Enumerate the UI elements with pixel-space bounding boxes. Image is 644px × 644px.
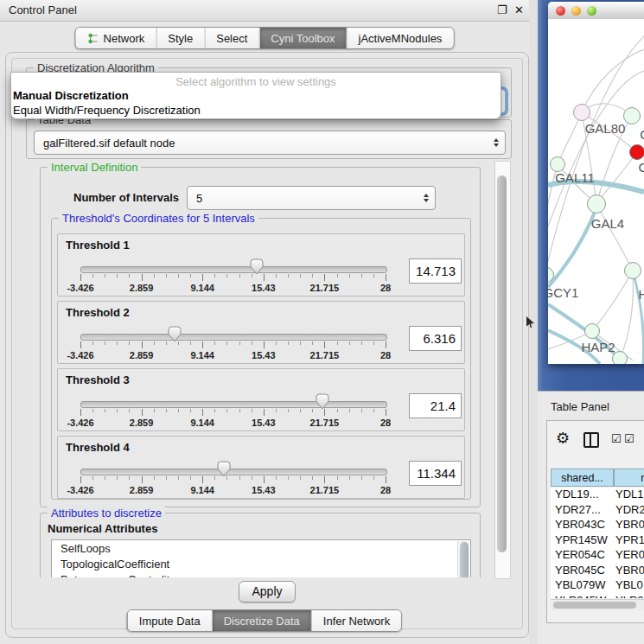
threshold-label: Threshold 2	[66, 306, 130, 319]
threshold-3-slider[interactable]: -3.4262.8599.14415.4321.71528	[79, 392, 387, 429]
threshold-label: Threshold 4	[66, 441, 130, 454]
table-row[interactable]: YDR27...YDR2	[551, 503, 644, 519]
list-scrollbar[interactable]	[457, 541, 469, 577]
node-right-mid[interactable]	[624, 262, 641, 279]
slider-thumb[interactable]	[316, 393, 330, 410]
node-label: HAP2	[581, 340, 615, 354]
table-row[interactable]: YLR345WYLR3	[551, 594, 644, 599]
network-frame: GAL80 G C GAL11 GAL4 GCY1 H HAP2	[548, 2, 644, 364]
network-canvas[interactable]: GAL80 G C GAL11 GAL4 GCY1 H HAP2	[548, 19, 644, 364]
slider-ticks	[80, 409, 386, 417]
tab-select[interactable]: Select	[204, 28, 258, 48]
slider-track[interactable]	[80, 469, 387, 475]
threshold-value-field[interactable]: 21.4	[409, 393, 462, 418]
table-data-combobox[interactable]: galFiltered.sif default node	[34, 131, 506, 155]
threshold-4-slider[interactable]: -3.4262.8599.14415.4321.71528	[79, 460, 387, 496]
settings-scroll-viewport: Interval Definition Number of Intervals …	[26, 161, 493, 577]
table-row[interactable]: YBR043CYBR0	[551, 518, 644, 533]
network-edges	[548, 19, 644, 364]
threshold-label: Threshold 1	[66, 239, 130, 252]
tab-infer-network[interactable]: Infer Network	[311, 610, 401, 631]
node-hap2[interactable]	[584, 323, 600, 339]
settings-scrollbar[interactable]	[494, 161, 511, 579]
select-columns-icon[interactable]: ☑	[611, 433, 622, 444]
table-rows: YDL19...YDL1 YDR27...YDR2 YBR043CYBR0 YP…	[551, 488, 644, 598]
slider-track[interactable]	[80, 266, 387, 273]
close-traffic-light-icon[interactable]	[556, 6, 565, 16]
threshold-1-slider[interactable]: -3.4262.8599.14415.4321.71528	[79, 258, 387, 294]
node-gal4[interactable]	[587, 194, 606, 214]
network-icon	[87, 33, 99, 44]
popup-prompt-item[interactable]: Select algorithm to view settings	[11, 75, 501, 88]
gear-icon[interactable]: ⚙	[556, 430, 570, 446]
attributes-list[interactable]: SelfLoops TopologicalCoefficient Between…	[51, 539, 471, 577]
threshold-4-panel: Threshold 4 -3.4262.8599.14415.4321.7152…	[57, 436, 465, 499]
network-window-titlebar[interactable]	[548, 2, 644, 20]
table-data-group: Table Data galFiltered.sif default node	[26, 119, 512, 159]
node-bottom-partial[interactable]	[612, 351, 628, 364]
scrollbar-thumb[interactable]	[460, 542, 469, 577]
table-data-value: galFiltered.sif default node	[43, 137, 175, 150]
scrollbar-thumb[interactable]	[497, 175, 507, 552]
intervals-value: 5	[196, 192, 202, 205]
list-item[interactable]: TopologicalCoefficient	[52, 556, 470, 571]
minimize-traffic-light-icon[interactable]	[571, 6, 581, 16]
column-header-shared-name[interactable]: shared...	[551, 469, 614, 487]
group-title: Attributes to discretize	[48, 507, 165, 520]
number-of-intervals-label: Number of Intervals	[73, 191, 179, 204]
slider-ticks	[80, 341, 386, 349]
control-panel-window: Control Panel ❐ ✕ Network Style Select C…	[0, 0, 529, 644]
tab-style[interactable]: Style	[156, 28, 204, 48]
select-all-icon[interactable]: ☑	[624, 433, 634, 444]
node-label: G	[640, 127, 644, 142]
zoom-traffic-light-icon[interactable]	[587, 6, 596, 16]
threshold-value-field[interactable]: 14.713	[409, 258, 462, 284]
list-item[interactable]: SelfLoops	[52, 540, 470, 556]
node-label: GAL11	[555, 170, 595, 185]
tab-jactivemnodules[interactable]: jActiveMNodules	[347, 28, 454, 48]
node-red-selected[interactable]	[629, 144, 644, 160]
slider-track[interactable]	[80, 401, 387, 408]
tab-cyni-toolbox[interactable]: Cyni Toolbox	[258, 28, 346, 48]
table-row[interactable]: YER054CYER0	[551, 548, 644, 564]
tab-network[interactable]: Network	[76, 28, 156, 48]
threshold-value-field[interactable]: 11.344	[409, 461, 462, 486]
node-label: GCY1	[548, 285, 578, 300]
tab-impute-data[interactable]: Impute Data	[128, 610, 212, 631]
column-header-name[interactable]: n...	[614, 469, 644, 487]
table-row[interactable]: YBL079WYBL0	[551, 578, 644, 594]
table-panel-region: Table Panel ⚙ ☑ ☑ shared... n... YDL19..…	[538, 391, 644, 644]
tab-discretize-data[interactable]: Discretize Data	[212, 610, 311, 631]
close-window-icon[interactable]: ✕	[514, 3, 524, 16]
window-title: Control Panel	[9, 3, 77, 16]
apply-button[interactable]: Apply	[239, 581, 296, 603]
table-row[interactable]: YBR045CYBR0	[551, 564, 644, 579]
split-columns-icon[interactable]	[583, 432, 599, 448]
popup-item-manual-discretization[interactable]: Manual Discretization	[13, 89, 129, 102]
node-label: C	[639, 160, 644, 175]
node-label: H	[639, 287, 644, 302]
slider-thumb[interactable]	[167, 326, 182, 342]
table-panel-body: ⚙ ☑ ☑ shared... n... YDL19...YDL1 YDR27.…	[546, 420, 644, 623]
node-top-right[interactable]	[623, 107, 641, 124]
slider-track[interactable]	[80, 334, 387, 341]
number-of-intervals-combobox[interactable]: 5	[187, 186, 436, 210]
numerical-attributes-label: Numerical Attributes	[48, 522, 157, 535]
table-row[interactable]: YDL19...YDL1	[551, 488, 644, 503]
popup-item-equal-width[interactable]: Equal Width/Frequency Discretization	[13, 104, 201, 117]
group-title: Interval Definition	[48, 161, 141, 174]
table-horizontal-scrollbar[interactable]	[551, 599, 644, 610]
threshold-value-field[interactable]: 6.316	[409, 326, 462, 351]
table-row[interactable]: YPR145WYPR1	[551, 533, 644, 549]
float-window-icon[interactable]: ❐	[497, 3, 507, 16]
threshold-2-panel: Threshold 2 -3.4262.8599.14415.4321.7152…	[57, 301, 465, 364]
slider-thumb[interactable]	[249, 258, 264, 275]
node-gal80[interactable]	[573, 104, 590, 121]
slider-ticks	[80, 274, 386, 282]
threshold-2-slider[interactable]: -3.4262.8599.14415.4321.71528	[79, 325, 387, 361]
scrollbar-thumb[interactable]	[553, 602, 636, 609]
list-item[interactable]: BetweennessCentrality	[52, 571, 470, 577]
slider-ticks	[80, 476, 386, 484]
slider-thumb[interactable]	[216, 461, 231, 477]
combo-stepper-icon	[424, 194, 429, 202]
